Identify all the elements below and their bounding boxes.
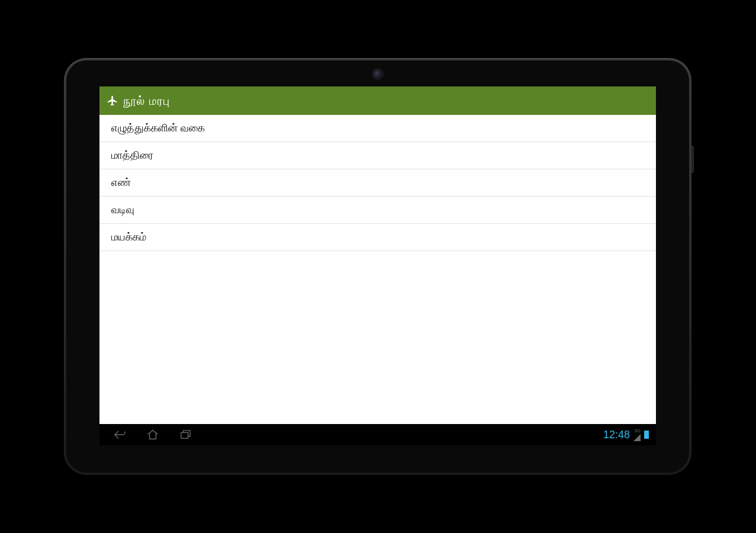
back-icon[interactable] [111,426,128,443]
screen: நூல் மரபு எழுத்துக்களின் வகை மாத்திரை எண… [99,86,656,445]
tablet-inner: நூல் மரபு எழுத்துக்களின் வகை மாத்திரை எண… [66,60,689,473]
list-item[interactable]: மயக்கம் [99,224,656,251]
signal-icon [633,434,641,441]
airplane-icon [107,95,118,107]
recent-apps-icon[interactable] [178,426,194,443]
list-item-label: வடிவு [111,204,134,216]
list-item[interactable]: எழுத்துக்களின் வகை [99,115,656,142]
app-title: நூல் மரபு [123,94,170,108]
list-view[interactable]: எழுத்துக்களின் வகை மாத்திரை எண் வடிவு மய… [99,115,656,424]
tablet-frame: நூல் மரபு எழுத்துக்களின் வகை மாத்திரை எண… [64,58,691,475]
list-item[interactable]: மாத்திரை [99,142,656,169]
clock: 12:48 [603,429,630,441]
list-item-label: எழுத்துக்களின் வகை [111,122,205,134]
list-item-label: மாத்திரை [111,149,153,161]
front-camera [374,70,382,78]
list-item-label: மயக்கம் [111,231,146,243]
list-item[interactable]: எண் [99,169,656,197]
status-area[interactable]: 12:48 3G [603,424,649,445]
app-bar: நூல் மரபு [99,86,656,115]
list-item[interactable]: வடிவு [99,197,656,224]
svg-rect-0 [181,432,188,438]
list-item-label: எண் [111,176,131,188]
network-type: 3G [634,429,641,434]
navigation-bar: 12:48 3G [99,424,656,445]
home-icon[interactable] [144,426,161,443]
battery-icon [644,431,649,439]
